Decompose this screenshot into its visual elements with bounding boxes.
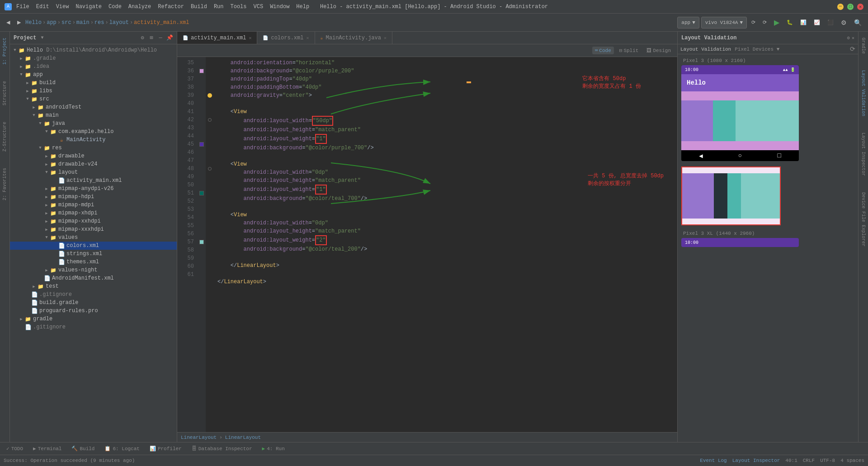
menu-help[interactable]: Help bbox=[296, 4, 309, 10]
tree-item-java[interactable]: ▼ 📁 java bbox=[10, 119, 177, 128]
menu-file[interactable]: File bbox=[16, 4, 29, 10]
layout-validation-tab[interactable]: Layout Validation bbox=[860, 67, 867, 120]
tree-item-main[interactable]: ▼ 📁 main bbox=[10, 111, 177, 119]
menu-window[interactable]: Window bbox=[270, 4, 289, 10]
back-button[interactable]: ◀ bbox=[4, 17, 13, 29]
expand-arrow-icon[interactable]: ▶ bbox=[43, 203, 50, 208]
tree-item-drawable[interactable]: ▶ 📁 drawable bbox=[10, 152, 177, 160]
expand-arrow-icon[interactable]: ▼ bbox=[43, 235, 50, 240]
tree-item-gradle-root[interactable]: ▶ 📁 gradle bbox=[10, 315, 177, 323]
settings-icon[interactable]: ⚙ bbox=[847, 35, 850, 41]
code-view-button[interactable]: ⌨ Code bbox=[592, 47, 614, 54]
tree-item-colors-xml[interactable]: 📄 colors.xml bbox=[10, 242, 177, 250]
refresh-icon[interactable]: ⟳ bbox=[850, 45, 855, 53]
settings-button[interactable]: ⚙ bbox=[838, 17, 849, 29]
menu-build[interactable]: Build bbox=[191, 4, 207, 10]
gutter-color-36[interactable] bbox=[198, 67, 206, 75]
tree-item-androidmanifest[interactable]: 📄 AndroidManifest.xml bbox=[10, 274, 177, 282]
tree-item-src[interactable]: ▼ 📁 src bbox=[10, 95, 177, 103]
profiler-tab[interactable]: 📊 Profiler bbox=[145, 443, 186, 455]
design-view-button[interactable]: 🖼 Design bbox=[644, 47, 674, 54]
structure-tab[interactable]: Structure bbox=[1, 77, 8, 109]
tree-item-gitignore-root[interactable]: 📄 .gitignore bbox=[10, 323, 177, 331]
terminal-tab[interactable]: ▶ Terminal bbox=[28, 443, 66, 455]
maximize-button[interactable]: □ bbox=[847, 4, 854, 10]
tab-mainactivity[interactable]: ☕ MainActivity.java ✕ bbox=[315, 32, 392, 44]
tree-item-values-night[interactable]: ▶ 📁 values-night bbox=[10, 266, 177, 274]
circle-icon-48[interactable] bbox=[206, 165, 214, 173]
run-config-dropdown[interactable]: app ▼ bbox=[677, 17, 699, 29]
todo-tab[interactable]: ✓ TODO bbox=[2, 443, 28, 455]
expand-arrow-icon[interactable]: ▶ bbox=[43, 154, 50, 159]
debug-button[interactable]: 🐛 bbox=[784, 17, 796, 29]
menu-view[interactable]: View bbox=[56, 4, 69, 10]
expand-arrow-icon[interactable]: ▼ bbox=[24, 97, 31, 101]
tree-item-gitignore-app[interactable]: 📄 .gitignore bbox=[10, 290, 177, 299]
tree-item-drawable-v24[interactable]: ▶ 📁 drawable-v24 bbox=[10, 160, 177, 168]
breadcrumb-layout[interactable]: layout bbox=[109, 19, 129, 26]
tree-item-strings-xml[interactable]: 📄 strings.xml bbox=[10, 250, 177, 258]
tree-item-test[interactable]: ▶ 📁 test bbox=[10, 282, 177, 290]
breadcrumb-main[interactable]: main bbox=[76, 19, 90, 26]
menu-navigate[interactable]: Navigate bbox=[75, 4, 102, 10]
breadcrumb-app[interactable]: app bbox=[47, 19, 57, 26]
expand-arrow-icon[interactable]: ▼ bbox=[37, 146, 43, 150]
activity-main-tab[interactable]: Layout Validation bbox=[680, 47, 731, 52]
tree-item-gradle[interactable]: ▶ 📁 .gradle bbox=[10, 54, 177, 62]
expand-arrow-icon[interactable]: ▶ bbox=[18, 317, 24, 322]
expand-arrow-icon[interactable]: ▼ bbox=[43, 170, 50, 175]
tab-close-icon3[interactable]: ✕ bbox=[384, 35, 387, 41]
project-tab[interactable]: 1: Project bbox=[1, 34, 8, 68]
breadcrumb-src[interactable]: src bbox=[61, 19, 71, 26]
circle-icon-42[interactable] bbox=[206, 116, 214, 124]
breadcrumb-hello[interactable]: Hello bbox=[25, 19, 42, 26]
expand-arrow-icon[interactable]: ▶ bbox=[43, 227, 50, 232]
tab-close-icon2[interactable]: ✕ bbox=[306, 35, 309, 41]
tree-item-mipmap-hdpi[interactable]: ▶ 📁 mipmap-hdpi bbox=[10, 193, 177, 201]
expand-arrow-icon[interactable]: ▶ bbox=[43, 195, 50, 200]
tab-colors[interactable]: 📄 colors.xml ✕ bbox=[257, 32, 315, 44]
tree-item-proguard[interactable]: 📄 proguard-rules.pro bbox=[10, 307, 177, 315]
tree-item-values[interactable]: ▼ 📁 values bbox=[10, 233, 177, 242]
logcat-tab[interactable]: 📋 6: Logcat bbox=[100, 443, 144, 455]
tree-item-androidtest[interactable]: ▶ 📁 androidTest bbox=[10, 103, 177, 111]
favorites-tab[interactable]: 2: Favorites bbox=[1, 164, 8, 204]
expand-arrow-icon[interactable]: ▶ bbox=[24, 89, 31, 94]
tree-item-mipmap-xhdpi[interactable]: ▶ 📁 mipmap-xhdpi bbox=[10, 209, 177, 217]
line-separator[interactable]: CRLF bbox=[803, 458, 815, 463]
tree-item-idea[interactable]: ▶ 📁 .idea bbox=[10, 62, 177, 71]
expand-arrow-icon[interactable]: ▶ bbox=[18, 56, 24, 61]
device-file-explorer-tab[interactable]: Device File Explorer bbox=[860, 189, 867, 250]
gradle-tab[interactable]: Gradle bbox=[860, 34, 867, 57]
expand-arrow-icon[interactable]: ▶ bbox=[43, 268, 50, 273]
breadcrumb-file[interactable]: activity_main.xml bbox=[134, 19, 189, 26]
tree-item-activity-main-xml[interactable]: 📄 activity_main.xml bbox=[10, 176, 177, 185]
tree-item-app[interactable]: ▼ 📁 app bbox=[10, 71, 177, 79]
tree-item-libs[interactable]: ▶ 📁 libs bbox=[10, 87, 177, 95]
pixel-devices-dropdown[interactable]: Pixel Devices ▼ bbox=[735, 47, 779, 52]
tree-item-mipmap-mdpi[interactable]: ▶ 📁 mipmap-mdpi bbox=[10, 201, 177, 209]
recent-nav-icon[interactable]: □ bbox=[777, 152, 781, 159]
gutter-color-51[interactable] bbox=[198, 189, 206, 197]
window-controls[interactable]: ─ □ ✕ bbox=[837, 4, 863, 10]
expand-arrow-icon[interactable]: ▶ bbox=[31, 105, 37, 110]
expand-arrow-icon[interactable]: ▼ bbox=[31, 113, 37, 118]
back-nav-icon[interactable]: ◀ bbox=[699, 152, 703, 160]
database-inspector-tab[interactable]: 🗄 Database Inspector bbox=[187, 443, 257, 455]
tree-item-build-gradle[interactable]: 📄 build.gradle bbox=[10, 299, 177, 307]
minimize-button[interactable]: ─ bbox=[837, 4, 844, 10]
indent-indicator[interactable]: 4 spaces bbox=[840, 458, 864, 463]
tree-item-build[interactable]: ▶ 📁 build bbox=[10, 79, 177, 87]
tree-item-mipmap-xxxhdpi[interactable]: ▶ 📁 mipmap-xxxhdpi bbox=[10, 225, 177, 233]
breadcrumb-res[interactable]: res bbox=[94, 19, 104, 26]
event-log-button[interactable]: Event Log bbox=[700, 458, 726, 463]
project-dropdown-icon[interactable]: ▼ bbox=[41, 35, 43, 40]
expand-arrow-icon[interactable]: ▶ bbox=[43, 186, 50, 191]
tab-activity-main[interactable]: 📄 activity_main.xml ✕ bbox=[177, 32, 257, 44]
expand-arrow-icon[interactable]: ▼ bbox=[37, 121, 43, 126]
gear-icon[interactable]: ⚙ bbox=[139, 34, 146, 42]
gutter-color-57[interactable] bbox=[198, 238, 206, 246]
sync-project-button[interactable]: ⟳ bbox=[760, 17, 769, 29]
search-button[interactable]: 🔍 bbox=[851, 17, 864, 29]
breadcrumb-linear2[interactable]: LinearLayout bbox=[225, 435, 261, 440]
